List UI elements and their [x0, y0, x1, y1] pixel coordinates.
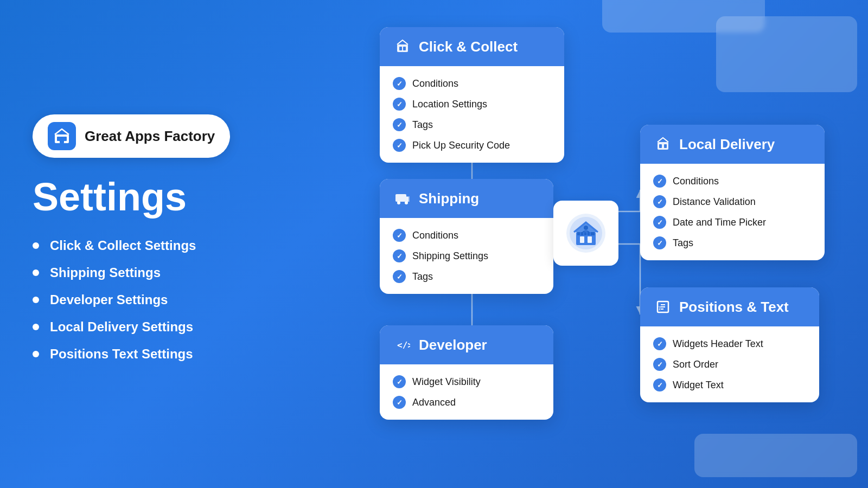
svg-rect-22: [659, 144, 662, 148]
brand-name: Great Apps Factory: [85, 128, 215, 145]
shipping-item-0: Conditions: [393, 229, 540, 242]
click-collect-item-3: Pick Up Security Code: [393, 139, 551, 152]
svg-point-9: [405, 201, 408, 204]
svg-point-20: [584, 226, 588, 230]
local-delivery-item-2: Date and Time Picker: [653, 216, 812, 229]
nav-item-shipping[interactable]: Shipping Settings: [33, 265, 315, 280]
card-positions-text-header: T Positions & Text: [640, 287, 819, 326]
local-delivery-item-1: Distance Validation: [653, 195, 812, 208]
positions-text-item-1: Sort Order: [653, 358, 806, 371]
s-check-1: [393, 249, 406, 262]
local-delivery-icon: [653, 134, 673, 154]
nav-item-local-delivery[interactable]: Local Delivery Settings: [33, 319, 315, 335]
card-developer: </> Developer Widget Visibility Advanced: [380, 325, 553, 420]
s-check-0: [393, 229, 406, 242]
diagram-area: Click & Collect Conditions Location Sett…: [336, 0, 868, 488]
svg-text:T: T: [658, 305, 662, 311]
nav-list: Click & Collect Settings Shipping Settin…: [33, 238, 315, 374]
positions-text-body: Widgets Header Text Sort Order Widget Te…: [640, 326, 819, 402]
ld-check-3: [653, 236, 666, 249]
svg-rect-3: [60, 137, 64, 143]
pt-check-2: [653, 378, 666, 391]
card-positions-text: T Positions & Text Widgets Header Text S…: [640, 287, 819, 402]
click-collect-item-0: Conditions: [393, 77, 551, 90]
nav-item-developer[interactable]: Developer Settings: [33, 292, 315, 307]
settings-title: Settings: [33, 177, 315, 216]
left-panel: Great Apps Factory Settings Click & Coll…: [33, 0, 315, 488]
check-1: [393, 98, 406, 111]
card-shipping-header: Shipping: [380, 179, 553, 218]
card-local-delivery: Local Delivery Conditions Distance Valid…: [640, 125, 825, 260]
shipping-item-2: Tags: [393, 270, 540, 283]
pt-check-1: [653, 358, 666, 371]
local-delivery-item-0: Conditions: [653, 175, 812, 188]
nav-item-click-collect[interactable]: Click & Collect Settings: [33, 238, 315, 253]
shipping-title: Shipping: [419, 190, 479, 207]
click-collect-title: Click & Collect: [419, 38, 518, 55]
s-check-2: [393, 270, 406, 283]
developer-icon: </>: [393, 335, 412, 355]
svg-rect-5: [399, 47, 402, 50]
check-3: [393, 139, 406, 152]
card-click-collect: Click & Collect Conditions Location Sett…: [380, 27, 564, 163]
ld-check-2: [653, 216, 666, 229]
card-local-delivery-header: Local Delivery: [640, 125, 825, 164]
click-collect-item-1: Location Settings: [393, 98, 551, 111]
svg-rect-15: [588, 236, 592, 243]
svg-rect-14: [580, 236, 584, 243]
brand-pill: Great Apps Factory: [33, 114, 230, 158]
pt-check-0: [653, 337, 666, 350]
local-delivery-body: Conditions Distance Validation Date and …: [640, 164, 825, 260]
positions-text-icon: T: [653, 297, 673, 317]
d-check-0: [393, 375, 406, 388]
positions-text-item-0: Widgets Header Text: [653, 337, 806, 350]
click-collect-icon: [393, 37, 412, 56]
positions-text-title: Positions & Text: [679, 299, 789, 316]
ghost-card-top-right: [716, 16, 857, 92]
card-click-collect-header: Click & Collect: [380, 27, 564, 66]
ld-check-1: [653, 195, 666, 208]
check-0: [393, 77, 406, 90]
developer-item-1: Advanced: [393, 396, 540, 409]
svg-rect-4: [397, 44, 408, 52]
brand-icon: [48, 122, 76, 150]
svg-text:</>: </>: [397, 340, 410, 350]
svg-rect-7: [395, 194, 406, 202]
d-check-1: [393, 396, 406, 409]
shipping-icon: [393, 189, 412, 208]
shipping-body: Conditions Shipping Settings Tags: [380, 218, 553, 294]
developer-item-0: Widget Visibility: [393, 375, 540, 388]
card-developer-header: </> Developer: [380, 325, 553, 364]
positions-text-item-2: Widget Text: [653, 378, 806, 391]
check-2: [393, 118, 406, 131]
svg-point-8: [397, 201, 400, 204]
ghost-card-bottom-right: [694, 434, 857, 477]
center-store-icon: [553, 201, 618, 266]
local-delivery-title: Local Delivery: [679, 136, 775, 153]
svg-rect-6: [403, 47, 406, 50]
click-collect-body: Conditions Location Settings Tags Pick U…: [380, 66, 564, 163]
svg-rect-23: [664, 144, 667, 148]
click-collect-item-2: Tags: [393, 118, 551, 131]
card-shipping: Shipping Conditions Shipping Settings Ta…: [380, 179, 553, 294]
shipping-item-1: Shipping Settings: [393, 249, 540, 262]
developer-body: Widget Visibility Advanced: [380, 364, 553, 420]
ld-check-0: [653, 175, 666, 188]
developer-title: Developer: [419, 337, 487, 354]
nav-item-positions-text[interactable]: Positions Text Settings: [33, 346, 315, 362]
local-delivery-item-3: Tags: [653, 236, 812, 249]
